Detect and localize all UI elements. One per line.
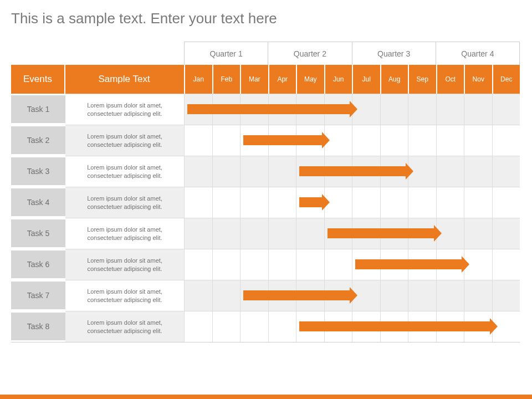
task-row: Task 2Lorem ipsum dolor sit amet, consec…: [11, 125, 520, 156]
month-cell: [268, 187, 296, 218]
month-cell: [352, 94, 380, 125]
month-cell: [380, 218, 408, 249]
month-cell: [324, 187, 352, 218]
task-description: Lorem ipsum dolor sit amet, consectetuer…: [65, 249, 184, 280]
month-cell: [296, 156, 324, 187]
task-name: Task 4: [11, 187, 65, 218]
month-cell: [408, 249, 436, 280]
month-cell: [296, 218, 324, 249]
month-cell: [352, 125, 380, 156]
month-cell: [268, 311, 296, 342]
month-cell: [184, 280, 212, 311]
month-cell: [464, 218, 492, 249]
slide-title: This is a sample text. Enter your text h…: [11, 10, 521, 27]
month-cell: [212, 187, 241, 218]
month-cell: [240, 94, 268, 125]
month-cell: [492, 187, 520, 218]
month-header: Oct: [436, 65, 464, 94]
month-cell: [184, 218, 212, 249]
month-cell: [184, 94, 212, 125]
month-cell: [212, 280, 241, 311]
month-cell: [380, 187, 408, 218]
task-row: Task 1Lorem ipsum dolor sit amet, consec…: [11, 94, 520, 125]
month-cell: [324, 125, 352, 156]
month-cell: [492, 156, 520, 187]
month-header: Apr: [268, 65, 296, 94]
month-cell: [296, 125, 324, 156]
month-cell: [212, 156, 241, 187]
month-cell: [436, 187, 464, 218]
month-cell: [464, 187, 492, 218]
month-header: Sep: [408, 65, 436, 94]
month-cell: [240, 311, 268, 342]
task-name: Task 2: [11, 125, 65, 156]
month-cell: [352, 156, 380, 187]
month-cell: [380, 94, 408, 125]
month-cell: [184, 249, 212, 280]
month-cell: [436, 249, 464, 280]
month-cell: [296, 280, 324, 311]
month-cell: [184, 311, 212, 342]
task-row: Task 3Lorem ipsum dolor sit amet, consec…: [11, 156, 520, 187]
quarter-label: Quarter 4: [436, 42, 520, 65]
month-cell: [408, 156, 436, 187]
month-cell: [212, 311, 241, 342]
column-header-row: Events Sample Text Jan Feb Mar Apr May J…: [11, 65, 520, 94]
month-cell: [240, 125, 268, 156]
month-cell: [436, 218, 464, 249]
task-description: Lorem ipsum dolor sit amet, consectetuer…: [65, 187, 184, 218]
task-description: Lorem ipsum dolor sit amet, consectetuer…: [65, 156, 184, 187]
month-cell: [296, 249, 324, 280]
month-cell: [408, 94, 436, 125]
month-cell: [464, 311, 492, 342]
quarter-header-row: Quarter 1 Quarter 2 Quarter 3 Quarter 4: [11, 42, 520, 65]
month-cell: [212, 249, 241, 280]
sample-text-header: Sample Text: [65, 65, 184, 94]
month-cell: [352, 249, 380, 280]
task-description: Lorem ipsum dolor sit amet, consectetuer…: [65, 94, 184, 125]
task-row: Task 8Lorem ipsum dolor sit amet, consec…: [11, 311, 520, 342]
task-name: Task 8: [11, 311, 65, 342]
month-cell: [212, 218, 241, 249]
month-cell: [408, 218, 436, 249]
month-cell: [492, 280, 520, 311]
task-rows-container: Task 1Lorem ipsum dolor sit amet, consec…: [11, 94, 520, 342]
task-name: Task 7: [11, 280, 65, 311]
month-cell: [492, 94, 520, 125]
slide-root: This is a sample text. Enter your text h…: [0, 0, 532, 399]
month-cell: [380, 249, 408, 280]
month-cell: [436, 311, 464, 342]
month-header: Aug: [380, 65, 408, 94]
month-cell: [296, 187, 324, 218]
month-cell: [380, 311, 408, 342]
month-cell: [408, 125, 436, 156]
month-cell: [380, 280, 408, 311]
month-cell: [464, 125, 492, 156]
task-row: Task 7Lorem ipsum dolor sit amet, consec…: [11, 280, 520, 311]
month-header: May: [296, 65, 324, 94]
month-cell: [380, 125, 408, 156]
month-cell: [184, 156, 212, 187]
month-cell: [352, 280, 380, 311]
task-description: Lorem ipsum dolor sit amet, consectetuer…: [65, 280, 184, 311]
month-header: Mar: [240, 65, 268, 94]
month-header: Nov: [464, 65, 492, 94]
task-row: Task 5Lorem ipsum dolor sit amet, consec…: [11, 218, 520, 249]
month-cell: [324, 249, 352, 280]
month-cell: [240, 280, 268, 311]
month-cell: [408, 311, 436, 342]
month-cell: [408, 280, 436, 311]
month-cell: [240, 218, 268, 249]
task-name: Task 3: [11, 156, 65, 187]
month-cell: [324, 94, 352, 125]
task-description: Lorem ipsum dolor sit amet, consectetuer…: [65, 125, 184, 156]
month-header: Jun: [324, 65, 352, 94]
month-cell: [268, 218, 296, 249]
month-cell: [324, 156, 352, 187]
month-cell: [408, 187, 436, 218]
month-cell: [212, 125, 241, 156]
task-row: Task 6Lorem ipsum dolor sit amet, consec…: [11, 249, 520, 280]
month-cell: [240, 156, 268, 187]
month-cell: [352, 311, 380, 342]
month-cell: [464, 156, 492, 187]
